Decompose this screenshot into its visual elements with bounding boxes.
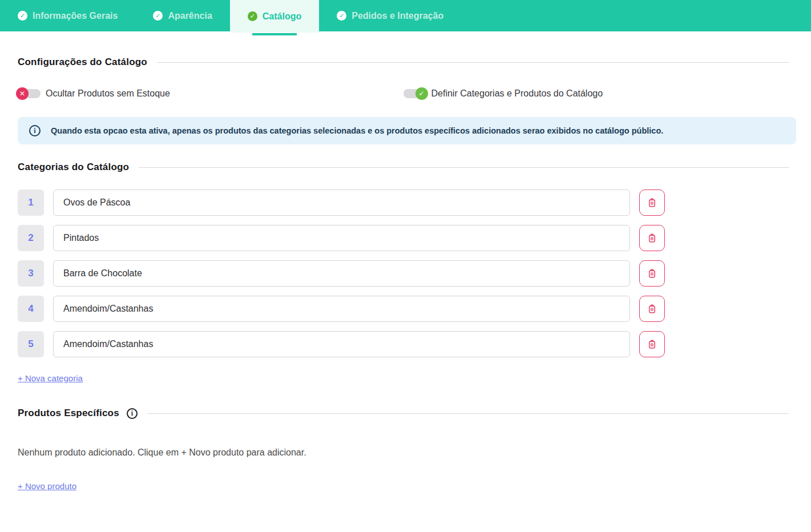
trash-icon: [647, 197, 657, 208]
category-order-badge: 2: [18, 225, 44, 251]
delete-category-button[interactable]: [639, 296, 665, 322]
toggle-label-definir: Definir Categorias e Produtos do Catálog…: [431, 88, 603, 99]
section-title-configuracoes: Configurações do Catálogo: [18, 57, 147, 68]
delete-category-button[interactable]: [639, 190, 665, 216]
category-list: 1 2 3 4 5: [18, 190, 789, 357]
delete-category-button[interactable]: [639, 225, 665, 251]
tab-aparencia[interactable]: ✓ Aparência: [135, 0, 229, 31]
section-divider: [157, 62, 789, 63]
tab-completed-check-icon: ✓: [337, 11, 346, 21]
category-name-input[interactable]: [53, 296, 630, 322]
section-divider: [147, 413, 789, 414]
section-title-categorias: Categorias do Catálogo: [18, 162, 129, 173]
info-banner-text: Quando esta opcao esta ativa, apenas os …: [51, 126, 663, 135]
category-name-input[interactable]: [53, 225, 630, 251]
toggle-group-definir: ✓ Definir Categorias e Produtos do Catál…: [404, 88, 789, 99]
category-order-badge: 1: [18, 190, 44, 216]
wizard-tabbar: ✓ Informações Gerais ✓ Aparência ✓ Catál…: [0, 0, 811, 31]
category-name-input[interactable]: [53, 260, 630, 287]
section-header-configuracoes: Configurações do Catálogo: [18, 57, 789, 68]
tab-label: Catálogo: [263, 11, 301, 22]
info-banner: i Quando esta opcao esta ativa, apenas o…: [18, 117, 796, 144]
trash-icon: [647, 268, 657, 279]
check-icon: ✓: [415, 87, 428, 100]
new-product-link[interactable]: + Novo produto: [18, 481, 76, 491]
category-row: 1: [18, 190, 665, 216]
category-name-input[interactable]: [53, 190, 630, 216]
toggle-group-ocultar: ✕ Ocultar Produtos sem Estoque: [18, 88, 404, 99]
tab-informacoes-gerais[interactable]: ✓ Informações Gerais: [0, 0, 135, 31]
category-order-badge: 3: [18, 260, 44, 287]
delete-category-button[interactable]: [639, 331, 665, 357]
x-icon: ✕: [16, 87, 29, 100]
toggle-ocultar-produtos-sem-estoque[interactable]: ✕: [18, 89, 41, 98]
info-icon: i: [127, 408, 138, 419]
tab-active-check-icon: ✓: [248, 11, 257, 21]
category-order-badge: 4: [18, 296, 44, 322]
section-header-produtos: Produtos Específicos i: [18, 408, 789, 419]
section-title-produtos: Produtos Específicos: [18, 408, 119, 419]
tab-label: Pedidos e Integração: [352, 11, 443, 21]
toggle-label-ocultar: Ocultar Produtos sem Estoque: [46, 88, 170, 99]
tab-label: Aparência: [168, 11, 212, 21]
info-icon: i: [29, 125, 41, 136]
category-row: 5: [18, 331, 665, 357]
tab-completed-check-icon: ✓: [153, 11, 163, 21]
trash-icon: [647, 232, 657, 244]
tab-pedidos-integracao[interactable]: ✓ Pedidos e Integração: [319, 0, 461, 31]
new-category-link[interactable]: + Nova categoria: [18, 373, 83, 383]
trash-icon: [647, 303, 657, 315]
tab-completed-check-icon: ✓: [18, 11, 27, 21]
toggle-definir-categorias-produtos[interactable]: ✓: [404, 89, 426, 98]
catalog-settings-panel: Configurações do Catálogo ✕ Ocultar Prod…: [0, 57, 811, 491]
tab-label: Informações Gerais: [33, 11, 118, 21]
toggle-row: ✕ Ocultar Produtos sem Estoque ✓ Definir…: [18, 88, 789, 99]
delete-category-button[interactable]: [639, 260, 665, 287]
category-row: 4: [18, 296, 665, 322]
products-empty-message: Nenhum produto adicionado. Clique em + N…: [18, 448, 789, 458]
section-header-categorias: Categorias do Catálogo: [18, 162, 789, 173]
category-row: 3: [18, 260, 665, 287]
section-divider: [139, 167, 789, 168]
trash-icon: [647, 338, 657, 350]
category-row: 2: [18, 225, 665, 251]
tab-catalogo[interactable]: ✓ Catálogo: [230, 0, 319, 33]
category-name-input[interactable]: [53, 331, 630, 357]
category-order-badge: 5: [18, 331, 44, 357]
